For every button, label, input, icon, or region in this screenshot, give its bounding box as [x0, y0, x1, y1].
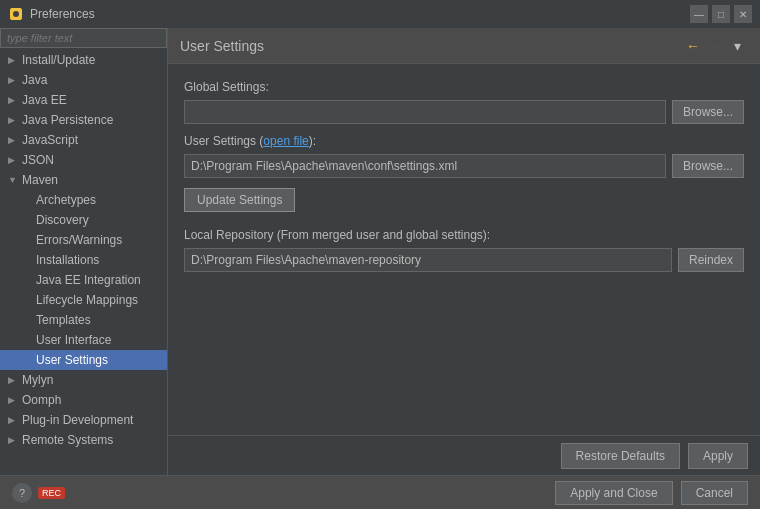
footer-bar: ? REC Apply and Close Cancel: [0, 475, 760, 509]
apply-and-close-button[interactable]: Apply and Close: [555, 481, 672, 505]
main-content: ▶ Install/Update ▶ Java ▶ Java EE ▶ Java…: [0, 28, 760, 475]
footer-left: ? REC: [12, 483, 547, 503]
sidebar-item-label: Archetypes: [36, 193, 96, 207]
arrow-icon: ▶: [8, 155, 20, 165]
sidebar-item-label: User Settings: [36, 353, 108, 367]
help-icon[interactable]: ?: [12, 483, 32, 503]
sidebar-item-java-ee[interactable]: ▶ Java EE: [0, 90, 167, 110]
sidebar-item-label: JSON: [22, 153, 54, 167]
restore-defaults-button[interactable]: Restore Defaults: [561, 443, 680, 469]
arrow-icon: ▶: [8, 415, 20, 425]
user-settings-input[interactable]: [184, 154, 666, 178]
update-settings-row: Update Settings: [184, 188, 744, 212]
open-file-link[interactable]: open file: [263, 134, 308, 148]
sidebar-item-label: Errors/Warnings: [36, 233, 122, 247]
arrow-icon: ▶: [8, 435, 20, 445]
sidebar-item-label: Mylyn: [22, 373, 53, 387]
title-bar: Preferences — □ ✕: [0, 0, 760, 28]
sidebar-item-label: Installations: [36, 253, 99, 267]
local-repository-input[interactable]: [184, 248, 672, 272]
arrow-icon: ▶: [8, 135, 20, 145]
arrow-icon: ▶: [8, 95, 20, 105]
arrow-icon: ▶: [8, 55, 20, 65]
filter-input[interactable]: [0, 28, 167, 48]
sidebar-item-discovery[interactable]: Discovery: [0, 210, 167, 230]
sidebar-item-user-settings[interactable]: User Settings: [0, 350, 167, 370]
sidebar-item-maven[interactable]: ▼ Maven: [0, 170, 167, 190]
user-settings-browse-button[interactable]: Browse...: [672, 154, 744, 178]
reindex-button[interactable]: Reindex: [678, 248, 744, 272]
local-repository-row: Reindex: [184, 248, 744, 272]
nav-dropdown-button[interactable]: ▾: [726, 35, 748, 57]
sidebar-item-label: Remote Systems: [22, 433, 113, 447]
svg-point-1: [13, 11, 19, 17]
cancel-button[interactable]: Cancel: [681, 481, 748, 505]
sidebar-item-archetypes[interactable]: Archetypes: [0, 190, 167, 210]
global-settings-label: Global Settings:: [184, 80, 744, 94]
sidebar-item-user-interface[interactable]: User Interface: [0, 330, 167, 350]
minimize-button[interactable]: —: [690, 5, 708, 23]
arrow-icon: ▼: [8, 175, 20, 185]
global-settings-browse-button[interactable]: Browse...: [672, 100, 744, 124]
sidebar-item-label: Install/Update: [22, 53, 95, 67]
nav-back-button[interactable]: ←: [682, 35, 704, 57]
arrow-icon: ▶: [8, 375, 20, 385]
sidebar-item-label: Discovery: [36, 213, 89, 227]
sidebar-item-remote-systems[interactable]: ▶ Remote Systems: [0, 430, 167, 450]
nav-forward-button[interactable]: →: [704, 35, 726, 57]
sidebar-item-label: Templates: [36, 313, 91, 327]
window-controls: — □ ✕: [690, 5, 752, 23]
sidebar-item-label: User Interface: [36, 333, 111, 347]
sidebar-item-json[interactable]: ▶ JSON: [0, 150, 167, 170]
sidebar-item-install-update[interactable]: ▶ Install/Update: [0, 50, 167, 70]
close-button[interactable]: ✕: [734, 5, 752, 23]
sidebar-item-templates[interactable]: Templates: [0, 310, 167, 330]
update-settings-button[interactable]: Update Settings: [184, 188, 295, 212]
sidebar-item-label: Oomph: [22, 393, 61, 407]
sidebar-item-java-ee-integration[interactable]: Java EE Integration: [0, 270, 167, 290]
rec-badge[interactable]: REC: [38, 487, 65, 499]
sidebar-item-label: Maven: [22, 173, 58, 187]
sidebar-item-label: Lifecycle Mappings: [36, 293, 138, 307]
arrow-icon: ▶: [8, 395, 20, 405]
sidebar-item-errors-warnings[interactable]: Errors/Warnings: [0, 230, 167, 250]
panel-header: User Settings ← → ▾: [168, 28, 760, 64]
app-title: Preferences: [30, 7, 690, 21]
arrow-icon: ▶: [8, 75, 20, 85]
sidebar-item-mylyn[interactable]: ▶ Mylyn: [0, 370, 167, 390]
sidebar-item-java-persistence[interactable]: ▶ Java Persistence: [0, 110, 167, 130]
sidebar-item-label: Plug-in Development: [22, 413, 133, 427]
global-settings-row: Browse...: [184, 100, 744, 124]
sidebar-item-lifecycle-mappings[interactable]: Lifecycle Mappings: [0, 290, 167, 310]
sidebar-item-label: Java EE: [22, 93, 67, 107]
sidebar-item-java[interactable]: ▶ Java: [0, 70, 167, 90]
panel-body: Global Settings: Browse... User Settings…: [168, 64, 760, 435]
app-icon: [8, 6, 24, 22]
maximize-button[interactable]: □: [712, 5, 730, 23]
local-repository-label: Local Repository (From merged user and g…: [184, 228, 744, 242]
global-settings-input[interactable]: [184, 100, 666, 124]
sidebar: ▶ Install/Update ▶ Java ▶ Java EE ▶ Java…: [0, 28, 168, 475]
sidebar-item-plug-in-development[interactable]: ▶ Plug-in Development: [0, 410, 167, 430]
arrow-icon: ▶: [8, 115, 20, 125]
sidebar-item-label: Java EE Integration: [36, 273, 141, 287]
right-panel: User Settings ← → ▾ Global Settings: Bro…: [168, 28, 760, 475]
sidebar-item-label: Java: [22, 73, 47, 87]
sidebar-item-installations[interactable]: Installations: [0, 250, 167, 270]
bottom-action-bar: Restore Defaults Apply: [168, 435, 760, 475]
panel-title: User Settings: [180, 38, 682, 54]
sidebar-item-oomph[interactable]: ▶ Oomph: [0, 390, 167, 410]
sidebar-item-label: Java Persistence: [22, 113, 113, 127]
sidebar-item-javascript[interactable]: ▶ JavaScript: [0, 130, 167, 150]
apply-button[interactable]: Apply: [688, 443, 748, 469]
user-settings-label-full: User Settings (open file):: [184, 134, 744, 148]
user-settings-row: Browse...: [184, 154, 744, 178]
sidebar-item-label: JavaScript: [22, 133, 78, 147]
